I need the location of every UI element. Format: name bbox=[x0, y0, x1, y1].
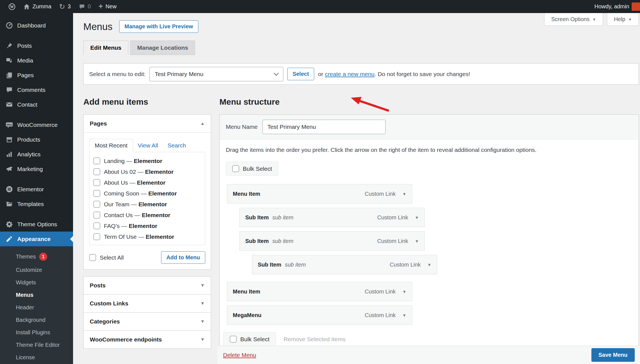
delete-menu-link[interactable]: Delete Menu bbox=[223, 352, 256, 358]
updates-indicator[interactable]: ↻ 3 bbox=[55, 0, 75, 13]
save-menu-button[interactable]: Save Menu bbox=[591, 348, 635, 362]
screen-options-toggle[interactable]: Screen Options ▼ bbox=[544, 13, 603, 26]
bulk-select-control[interactable]: Bulk Select bbox=[226, 162, 278, 176]
menu-item-bar[interactable]: Sub Item sub item Custom Link ▼ bbox=[252, 255, 437, 274]
checkbox[interactable] bbox=[93, 190, 100, 197]
woocommerce-endpoints-panel-header[interactable]: WooCommerce endpoints ▼ bbox=[84, 331, 211, 348]
checkbox[interactable] bbox=[93, 201, 100, 208]
submenu-item-theme-file-editor[interactable]: Theme File Editor bbox=[0, 339, 73, 351]
sidebar-item-contact[interactable]: Contact bbox=[0, 97, 73, 112]
sidebar-item-analytics[interactable]: Analytics bbox=[0, 147, 73, 162]
page-item-label: Contact Us — Elementor bbox=[104, 212, 170, 219]
menu-item-bar[interactable]: Sub Item sub item Custom Link ▼ bbox=[239, 208, 425, 227]
custom-links-panel-header[interactable]: Custom Links ▼ bbox=[84, 295, 211, 312]
checkbox[interactable] bbox=[93, 222, 100, 229]
page-name: About Us 02 bbox=[104, 169, 136, 175]
bulk-select-checkbox[interactable] bbox=[230, 336, 237, 343]
pin-icon bbox=[6, 42, 13, 49]
menu-item-bar[interactable]: MegaMenu Custom Link ▼ bbox=[227, 305, 412, 325]
tab-view-all[interactable]: View All bbox=[133, 139, 163, 152]
comment-icon bbox=[6, 86, 13, 94]
help-toggle[interactable]: Help ▼ bbox=[607, 13, 639, 26]
submenu-item-themes[interactable]: Themes 1 bbox=[0, 250, 73, 264]
paintbrush-icon bbox=[6, 235, 13, 243]
sidebar-item-theme-options[interactable]: Theme Options bbox=[0, 217, 73, 232]
item-expand-icon[interactable]: ▼ bbox=[402, 289, 406, 294]
submenu-item-menus[interactable]: Menus bbox=[0, 289, 73, 301]
submenu-item-install-plugins[interactable]: Install Plugins bbox=[0, 326, 73, 339]
appearance-submenu: Themes 1 Customize Widgets Menus Header … bbox=[0, 246, 73, 364]
item-expand-icon[interactable]: ▼ bbox=[415, 215, 419, 220]
pages-panel-header[interactable]: Pages ▲ bbox=[84, 115, 211, 133]
sidebar-item-elementor[interactable]: Elementor bbox=[0, 182, 73, 197]
page-checkbox-row: Landing — Elementor bbox=[93, 155, 205, 166]
checkbox[interactable] bbox=[93, 179, 100, 186]
checkbox[interactable] bbox=[93, 157, 100, 164]
add-to-menu-button[interactable]: Add to Menu bbox=[161, 251, 205, 264]
sidebar-item-templates[interactable]: Templates bbox=[0, 197, 73, 211]
select-all-checkbox[interactable] bbox=[89, 254, 96, 261]
page-item-label: About Us 02 — Elementor bbox=[104, 169, 174, 175]
page-name: Term Of Use bbox=[104, 234, 137, 240]
sidebar-item-pages[interactable]: Pages bbox=[0, 68, 73, 82]
sidebar-item-media[interactable]: Media bbox=[0, 53, 73, 68]
menu-item-bar[interactable]: Menu Item Custom Link ▼ bbox=[227, 282, 412, 301]
tab-search[interactable]: Search bbox=[163, 139, 191, 152]
live-preview-button[interactable]: Manage with Live Preview bbox=[119, 20, 198, 33]
page-suffix: Elementor bbox=[139, 201, 167, 207]
menu-item-label: Sub Item bbox=[245, 238, 269, 244]
tab-manage-locations[interactable]: Manage Locations bbox=[130, 41, 195, 55]
submenu-item-license[interactable]: License bbox=[0, 351, 73, 364]
new-content-menu[interactable]: + New bbox=[95, 0, 121, 13]
or-text: or create a new menu. Do not forget to s… bbox=[318, 71, 470, 77]
tab-most-recent[interactable]: Most Recent bbox=[89, 139, 133, 152]
categories-panel-header[interactable]: Categories ▼ bbox=[84, 313, 211, 330]
checkbox[interactable] bbox=[93, 168, 100, 175]
create-new-menu-link[interactable]: create a new menu bbox=[325, 71, 375, 77]
site-menu[interactable]: Zumma bbox=[19, 0, 55, 13]
bulk-select-control-bottom[interactable]: Bulk Select bbox=[223, 332, 276, 346]
checkbox[interactable] bbox=[93, 233, 100, 240]
sidebar-item-appearance[interactable]: Appearance bbox=[0, 232, 73, 246]
menu-select-dropdown[interactable]: Test Primary Menu bbox=[149, 67, 283, 81]
tab-edit-menus[interactable]: Edit Menus bbox=[83, 41, 128, 55]
posts-panel: Posts ▼ bbox=[83, 276, 211, 295]
select-button[interactable]: Select bbox=[287, 68, 314, 80]
item-expand-icon[interactable]: ▼ bbox=[402, 313, 406, 318]
woocommerce-endpoints-panel: WooCommerce endpoints ▼ bbox=[83, 330, 211, 349]
wordpress-logo-icon: W bbox=[8, 3, 16, 10]
chevron-down-icon: ▼ bbox=[200, 301, 205, 306]
sidebar-item-posts[interactable]: Posts bbox=[0, 38, 73, 53]
wordpress-logo[interactable]: W bbox=[4, 0, 19, 13]
svg-text:Woo: Woo bbox=[7, 123, 12, 126]
sidebar-item-woocommerce[interactable]: Woo WooCommerce bbox=[0, 117, 73, 132]
select-all-control[interactable]: Select All bbox=[89, 254, 124, 261]
item-expand-icon[interactable]: ▼ bbox=[427, 262, 431, 267]
remove-selected-items[interactable]: Remove Selected Items bbox=[284, 336, 346, 343]
add-menu-items-heading: Add menu items bbox=[83, 97, 211, 107]
item-expand-icon[interactable]: ▼ bbox=[402, 192, 406, 196]
chevron-down-icon bbox=[274, 71, 279, 76]
comments-indicator[interactable]: 0 bbox=[75, 0, 95, 13]
submenu-item-widgets[interactable]: Widgets bbox=[0, 276, 73, 289]
posts-panel-header[interactable]: Posts ▼ bbox=[84, 277, 211, 294]
menu-item-bar[interactable]: Sub Item sub item Custom Link ▼ bbox=[239, 231, 425, 251]
comments-count: 0 bbox=[88, 3, 91, 10]
menu-item-label: Sub Item bbox=[258, 262, 281, 268]
item-expand-icon[interactable]: ▼ bbox=[415, 239, 419, 243]
sidebar-item-dashboard[interactable]: Dashboard bbox=[0, 18, 73, 33]
or-word: or bbox=[318, 71, 325, 77]
submenu-item-background[interactable]: Background bbox=[0, 314, 73, 326]
menu-name-input[interactable] bbox=[262, 120, 386, 134]
sidebar-item-products[interactable]: Products bbox=[0, 132, 73, 147]
sidebar-item-marketing[interactable]: Marketing bbox=[0, 162, 73, 176]
submenu-item-header[interactable]: Header bbox=[0, 301, 73, 314]
checkbox[interactable] bbox=[93, 212, 100, 219]
submenu-item-customize[interactable]: Customize bbox=[0, 264, 73, 276]
account-menu[interactable]: Howdy, admin bbox=[591, 0, 636, 13]
menu-item-bar[interactable]: Menu Item Custom Link ▼ bbox=[227, 184, 412, 204]
sidebar-item-comments[interactable]: Comments bbox=[0, 82, 73, 97]
main-content: Screen Options ▼ Help ▼ Menus Manage wit… bbox=[73, 13, 640, 364]
page-suffix: Elementor bbox=[146, 234, 174, 240]
bulk-select-checkbox[interactable] bbox=[232, 165, 239, 172]
